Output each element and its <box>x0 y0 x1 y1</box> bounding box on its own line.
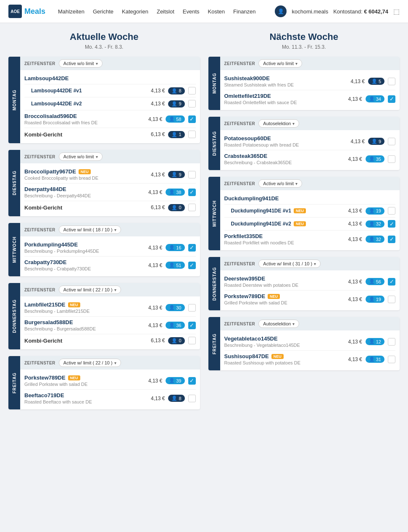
dish-info: Beeftaco719DE Roasted Beeftaco with sauc… <box>24 392 151 404</box>
person-icon: 👤 <box>369 221 375 227</box>
dish-count: 👤58 <box>166 115 184 123</box>
dish-count: 👤39 <box>166 377 184 384</box>
dish-checkbox[interactable] <box>388 296 395 303</box>
dish-name: Kombi-Gericht <box>24 204 151 211</box>
dish-checkbox[interactable] <box>188 204 196 211</box>
zeitfenster-select[interactable]: Autoselektion ▾ <box>258 119 299 128</box>
dish-checkbox[interactable] <box>188 337 196 344</box>
dish-checkbox[interactable] <box>188 171 196 178</box>
dish-checkbox[interactable]: ✓ <box>188 262 196 269</box>
day-content: ZEITFENSTER Active w/o limit ▾ Broccolip… <box>20 150 200 216</box>
dish-info: Duckdumpling941DE #v1 NEU <box>231 208 348 214</box>
neu-badge: NEU <box>68 375 80 380</box>
dish-right: 4,13 € 👤32 ✓ <box>348 220 395 228</box>
dish-right: 6,13 € 👤0 <box>151 337 196 344</box>
day-label: MONTAG <box>8 57 20 143</box>
zeitfenster-select[interactable]: Autoselektion ▾ <box>258 320 299 328</box>
zeitfenster-select[interactable]: Active w/ limit ( 31 / 10 ) ▾ <box>258 259 321 268</box>
day-label: DIENSTAG <box>208 117 220 170</box>
dish-checkbox[interactable] <box>388 207 395 215</box>
dish-count: 👤8 <box>168 395 184 402</box>
logout-icon[interactable]: ⬚ <box>393 8 400 16</box>
nav-events[interactable]: Events <box>183 8 200 15</box>
dish-info: Sushisoup847DE NEU Roasted Sushisoup wit… <box>224 353 348 365</box>
nav-finanzen[interactable]: Finanzen <box>233 8 255 15</box>
dish-info: Lambsoup442DE #v2 <box>31 101 151 107</box>
zeitfenster-label: ZEITFENSTER <box>24 155 55 159</box>
day-content: ZEITFENSTER Active w/ limit ( 22 / 10 ) … <box>20 283 200 349</box>
dish-checkbox[interactable]: ✓ <box>188 377 196 385</box>
zeitfenster-select[interactable]: Active w/ limit ( 22 / 10 ) ▾ <box>59 286 121 294</box>
dish-checkbox[interactable] <box>388 78 395 85</box>
nav-kategorien[interactable]: Kategorien <box>122 8 148 15</box>
dish-checkbox[interactable] <box>388 138 395 145</box>
dish-info: Kombi-Gericht <box>24 338 151 344</box>
day-label: FREITAG <box>8 356 20 409</box>
dish-desc: Beschreibung - Deerpatty484DE <box>24 193 148 198</box>
dish-item: Lambsoup442DE #v2 4,13 € 👤9 <box>24 97 196 110</box>
dish-list: Lambsoup442DE Lambsoup442DE #v1 4,13 € 👤… <box>20 70 200 143</box>
column-title: Nächste Woche <box>208 31 400 42</box>
dish-checkbox[interactable] <box>188 100 196 107</box>
day-block: DIENSTAG ZEITFENSTER Autoselektion ▾ Pot… <box>208 117 400 170</box>
day-label: DONNERSTAG <box>208 257 220 310</box>
dish-checkbox[interactable]: ✓ <box>188 115 196 123</box>
zeitfenster-bar: ZEITFENSTER Autoselektion ▾ <box>220 317 400 330</box>
dish-checkbox[interactable] <box>388 155 395 163</box>
dish-count: 👤31 <box>366 356 384 363</box>
chevron-down-icon: ▾ <box>292 322 295 326</box>
dish-item: Duckdumpling941DE #v1 NEU 4,13 € 👤19 <box>224 204 396 218</box>
dish-list: Porkdumpling445DE Beschreibung - Porkdum… <box>20 236 200 276</box>
zeitfenster-select[interactable]: Active w/o limit ▾ <box>258 59 302 68</box>
chevron-down-icon: ▾ <box>314 262 316 266</box>
dish-checkbox[interactable]: ✓ <box>388 95 395 103</box>
dish-checkbox[interactable]: ✓ <box>188 189 196 196</box>
nav-gerichte[interactable]: Gerichte <box>93 8 113 15</box>
dish-checkbox[interactable]: ✓ <box>188 244 196 252</box>
dish-checkbox[interactable]: ✓ <box>388 236 395 243</box>
zeitfenster-value: Active w/ limit ( 22 / 10 ) <box>63 287 113 292</box>
dish-checkbox[interactable] <box>188 304 196 312</box>
zeitfenster-select[interactable]: Active w/o limit ▾ <box>59 152 103 161</box>
zeitfenster-bar: ZEITFENSTER Active w/ limit ( 31 / 10 ) … <box>220 257 400 270</box>
dish-count: 👤38 <box>166 189 184 196</box>
dish-checkbox[interactable]: ✓ <box>188 322 196 329</box>
zeitfenster-select[interactable]: Active w/o limit ▾ <box>258 179 302 188</box>
dish-info: Porkstew789DE NEU Grilled Porkstew with … <box>24 375 148 387</box>
dish-item: Kombi-Gericht 6,13 € 👤0 <box>24 334 196 347</box>
zeitfenster-select[interactable]: Active w/o limit ▾ <box>59 59 103 68</box>
dish-checkbox[interactable] <box>188 131 196 138</box>
dish-desc: Roasted Potatoesoup with bread DE <box>224 142 351 147</box>
zeitfenster-select[interactable]: Active w/ limit ( 22 / 10 ) ▾ <box>59 359 121 367</box>
person-icon: 👤 <box>169 189 175 195</box>
dish-checkbox[interactable]: ✓ <box>388 278 395 286</box>
dish-checkbox[interactable] <box>188 87 196 94</box>
nav-zeitslot[interactable]: Zeitslot <box>157 8 174 15</box>
dish-checkbox[interactable] <box>188 395 196 402</box>
dish-checkbox[interactable] <box>388 338 395 346</box>
dish-right: 4,13 € 👤12 <box>348 338 395 346</box>
person-icon: 👤 <box>169 262 175 268</box>
dish-count: 👤32 <box>366 220 384 228</box>
dish-name: Crabsteak365DE <box>224 153 348 159</box>
zeitfenster-select[interactable]: Active w/ limit ( 18 / 10 ) ▾ <box>59 225 121 234</box>
zeitfenster-value: Autoselektion <box>263 321 291 326</box>
dish-checkbox[interactable] <box>388 356 395 363</box>
user-avatar-icon: 👤 <box>275 5 287 17</box>
nav-mahlzeiten[interactable]: Mahlzeiten <box>58 8 84 15</box>
dish-list: Sushisteak900DE Steamed Sushisteak with … <box>220 70 400 110</box>
dish-name: Duckdumpling941DE #v1 NEU <box>231 208 348 214</box>
nav-kosten[interactable]: Kosten <box>208 8 225 15</box>
dish-count: 👤56 <box>366 278 384 285</box>
dish-name: Duckdumpling941DE #v2 NEU <box>231 221 348 227</box>
chevron-down-icon: ▾ <box>114 361 116 365</box>
dish-item: Sushisoup847DE NEU Roasted Sushisoup wit… <box>224 351 396 368</box>
dish-desc: Steamed Sushisteak with fries DE <box>224 82 351 87</box>
dish-right: 4,13 € 👤9 <box>151 171 196 178</box>
dish-checkbox[interactable]: ✓ <box>388 220 395 228</box>
zeitfenster-label: ZEITFENSTER <box>24 361 55 365</box>
dish-desc: Roasted Porkfilet with noodles DE <box>224 240 348 245</box>
dish-item: Broccolisalad596DE Roasted Broccolisalad… <box>24 110 196 128</box>
dish-count: 👤19 <box>366 296 384 303</box>
dish-name: Lambsoup442DE #v2 <box>31 101 151 107</box>
